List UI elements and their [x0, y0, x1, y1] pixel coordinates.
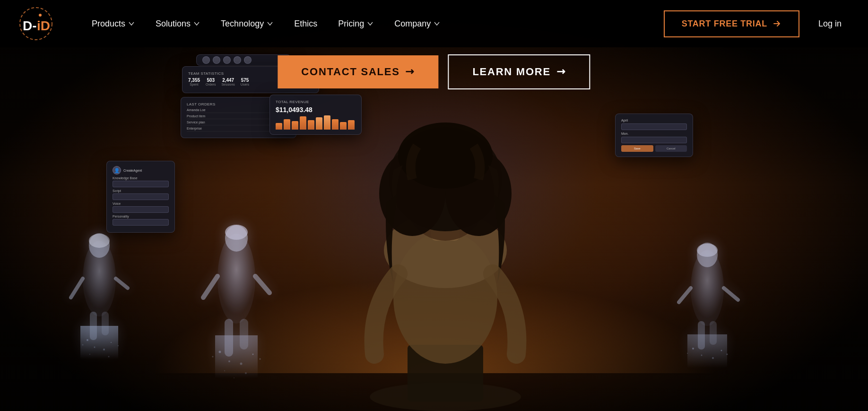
agent-avatar: 👤 [113, 166, 121, 175]
svg-rect-25 [80, 326, 118, 359]
agent-card: 👤 CreateAgent Knowledge Base Script Voic… [106, 161, 175, 233]
agent-header: 👤 CreateAgent [113, 166, 169, 175]
bar-1 [276, 123, 282, 130]
nav-item-products[interactable]: Products [81, 14, 145, 34]
order-name-3: Service plan [187, 121, 205, 124]
nav-label-ethics: Ethics [294, 19, 317, 29]
agent-label-3: Voice [113, 202, 169, 205]
bar-3 [292, 121, 298, 130]
hero-buttons: CONTACT SALES ↗ LEARN MORE ↗ [278, 54, 590, 89]
agent-input-2[interactable] [113, 193, 169, 200]
side-input-field[interactable] [621, 123, 687, 130]
order-name-4: Enterprise [187, 127, 202, 130]
nav-label-technology: Technology [221, 19, 264, 29]
learn-more-label: LEARN MORE [472, 66, 551, 78]
nav-label-products: Products [92, 19, 125, 29]
agent-label-4: Personality [113, 215, 169, 218]
toolbar-dot-2[interactable] [213, 56, 220, 64]
side-title: April [621, 119, 687, 122]
side-input-2[interactable] [621, 137, 687, 143]
agent-input-4[interactable] [113, 219, 169, 226]
stat-val-1: 7,355 [188, 78, 200, 83]
contact-sales-arrow: ↗ [402, 64, 417, 79]
svg-point-12 [89, 234, 110, 248]
nav-item-technology[interactable]: Technology [210, 14, 284, 34]
bar-7 [324, 115, 330, 130]
agent-input-1[interactable] [113, 181, 169, 187]
contact-sales-label: CONTACT SALES [301, 66, 399, 78]
agent-input-3[interactable] [113, 206, 169, 213]
bar-8 [332, 119, 339, 130]
brand-logo[interactable]: D- iD [19, 7, 53, 41]
login-label: Log in [818, 19, 842, 28]
bar-9 [340, 122, 347, 130]
chevron-products-icon [128, 20, 135, 27]
stat-lbl-3: Sessions [221, 83, 234, 86]
svg-point-45 [697, 244, 718, 257]
side-btn-2[interactable]: Cancel [655, 145, 687, 152]
toolbar-dot-4[interactable] [234, 56, 241, 64]
svg-text:iD: iD [37, 18, 50, 33]
side-buttons: Save Cancel [621, 145, 687, 152]
hologram-left [61, 231, 137, 364]
stat-item-4: 575 Users [241, 78, 249, 86]
order-name-2: Product item [187, 114, 205, 118]
revenue-label: Total Revenue [276, 100, 356, 104]
hero-section: Team Statistics 7,355 Spent 503 Orders 2… [0, 0, 868, 411]
chevron-pricing-icon [367, 20, 373, 27]
svg-text:D-: D- [23, 18, 37, 33]
contact-sales-button[interactable]: CONTACT SALES ↗ [278, 55, 438, 88]
side-field-label: Mon. [621, 132, 687, 135]
toolbar-dot-5[interactable] [244, 56, 252, 64]
hologram-right [669, 241, 745, 373]
svg-point-37 [212, 356, 214, 358]
start-trial-label: START FREE TRIAL [682, 19, 767, 29]
ui-toolbar-card [196, 54, 291, 66]
toolbar-dot-1[interactable] [202, 56, 210, 64]
side-btn-1[interactable]: Save [621, 145, 653, 152]
revenue-chart [276, 115, 356, 130]
nav-item-company[interactable]: Company [384, 14, 451, 34]
svg-point-60 [39, 14, 42, 17]
agent-label-2: Script [113, 189, 169, 192]
chevron-solutions-icon [193, 20, 200, 27]
nav-label-solutions: Solutions [156, 19, 191, 29]
nav-label-pricing: Pricing [338, 19, 364, 29]
chevron-company-icon [434, 20, 440, 27]
svg-line-14 [116, 279, 128, 288]
nav-item-solutions[interactable]: Solutions [145, 14, 210, 34]
svg-line-30 [255, 276, 269, 293]
bar-2 [284, 119, 290, 130]
svg-line-29 [203, 276, 217, 297]
nav-item-pricing[interactable]: Pricing [328, 14, 384, 34]
learn-more-arrow: ↗ [554, 64, 569, 79]
revenue-card: Total Revenue $11,0493.48 [269, 95, 362, 135]
svg-line-46 [679, 288, 691, 302]
side-panel-card: April Mon. Save Cancel [615, 114, 693, 157]
revenue-amount: $11,0493.48 [276, 106, 356, 114]
svg-point-28 [225, 225, 248, 240]
nav-links: Products Solutions Technology Ethics [81, 14, 664, 34]
nav-item-ethics[interactable]: Ethics [284, 14, 328, 34]
stat-val-3: 2,447 [221, 78, 234, 83]
nav-label-company: Company [394, 19, 431, 29]
bar-10 [348, 120, 355, 130]
stat-item-3: 2,447 Sessions [221, 78, 234, 86]
start-trial-button[interactable]: START FREE TRIAL [664, 10, 799, 37]
stat-item-1: 7,355 Spent [188, 78, 200, 86]
login-button[interactable]: Log in [811, 14, 849, 34]
order-name-1: Amanda Loe [187, 108, 206, 112]
navbar: D- iD Products Solutions Technolog [0, 0, 868, 47]
stat-lbl-2: Orders [206, 83, 216, 86]
stat-lbl-4: Users [241, 83, 249, 86]
svg-line-47 [724, 288, 738, 300]
bar-6 [316, 117, 322, 130]
svg-point-38 [260, 359, 261, 360]
learn-more-button[interactable]: LEARN MORE ↗ [448, 54, 590, 89]
chevron-technology-icon [267, 20, 273, 27]
stat-val-4: 575 [241, 78, 249, 83]
agent-label-1: Knowledge Base [113, 176, 169, 180]
svg-rect-56 [687, 334, 727, 367]
toolbar-dot-3[interactable] [223, 56, 231, 64]
hero-person [332, 118, 559, 411]
